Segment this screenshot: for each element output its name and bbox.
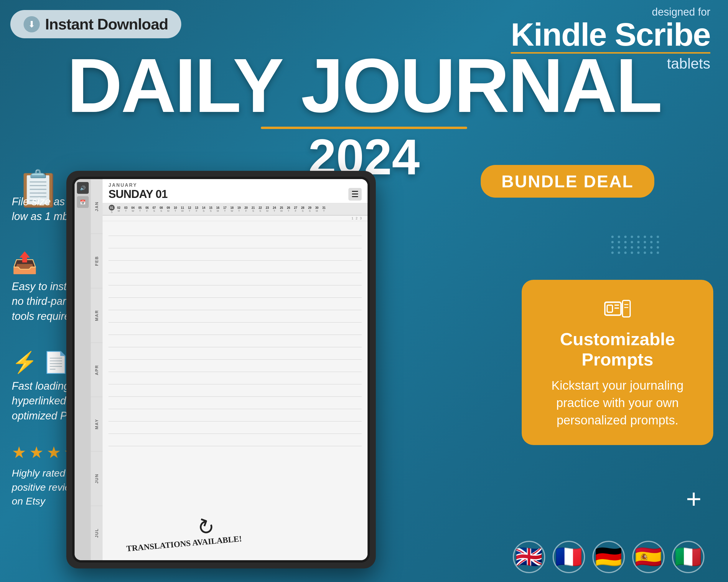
date-10: 10T xyxy=(172,206,179,212)
month-jun: JUN xyxy=(91,451,103,506)
line-3 xyxy=(108,249,362,261)
plus-sign: + xyxy=(686,484,701,514)
line-16 xyxy=(108,410,362,421)
line-17 xyxy=(108,422,362,434)
month-jul: JUL xyxy=(91,506,103,560)
date-09: 09M xyxy=(165,206,172,212)
flag-italian: 🇮🇹 xyxy=(672,541,704,573)
screen-content: 🔊 📅 JAN FEB MAR APR MAY JUN JUL xyxy=(75,179,367,560)
date-31: 31T xyxy=(321,206,327,212)
date-25: 25W xyxy=(278,206,285,212)
date-13: 13F xyxy=(193,206,200,212)
date-12: 12T xyxy=(186,206,193,212)
date-06: 06F xyxy=(144,206,150,212)
week-numbers: 1 2 3 xyxy=(103,216,367,221)
prompts-card: Customizable Prompts Kickstart your jour… xyxy=(522,280,713,445)
instant-download-badge[interactable]: ⬇ Instant Download xyxy=(10,10,181,38)
svg-rect-1 xyxy=(607,305,613,312)
line-12 xyxy=(108,360,362,372)
month-feb: FEB xyxy=(91,233,103,288)
date-02: 02M xyxy=(115,206,122,212)
date-29: 29S xyxy=(307,206,313,212)
bundle-deal-badge[interactable]: BUNDLE DEAL xyxy=(481,165,654,198)
download-icon: ⬇ xyxy=(24,16,40,32)
journal-month-label: JANUARY xyxy=(108,183,362,188)
main-title: DAILY JOURNAL 2024 xyxy=(0,47,728,182)
translations-text: TRANSLATIONS AVAILABLE! xyxy=(126,534,242,553)
date-11: 11W xyxy=(179,206,186,212)
month-apr: APR xyxy=(91,342,103,397)
date-18: 18W xyxy=(229,206,235,212)
language-flags: 🇬🇧 🇫🇷 🇩🇪 🇪🇸 🇮🇹 xyxy=(513,541,704,573)
line-1 xyxy=(108,224,362,236)
date-27: 27F xyxy=(292,206,299,212)
date-28: 28S xyxy=(300,206,306,212)
line-10 xyxy=(108,335,362,347)
date-24: 24T xyxy=(271,206,278,212)
tab-icon-active: 🔊 xyxy=(77,182,89,194)
date-30: 30M xyxy=(314,206,320,212)
star-1: ★ xyxy=(12,443,26,462)
date-17: 17T xyxy=(222,206,228,212)
date-22: 22S xyxy=(257,206,263,212)
month-may: MAY xyxy=(91,397,103,451)
date-16: 16M xyxy=(214,206,221,212)
line-5 xyxy=(108,274,362,285)
line-18 xyxy=(108,435,362,446)
prompts-card-body: Kickstart your journaling practice with … xyxy=(541,377,694,429)
tab-icon-calendar: 📅 xyxy=(77,196,89,208)
journal-header: JANUARY SUNDAY 01 ☰ xyxy=(103,179,367,203)
tablet-device: 🔊 📅 JAN FEB MAR APR MAY JUN JUL xyxy=(66,171,376,569)
month-mar: MAR xyxy=(91,288,103,342)
line-7 xyxy=(108,298,362,310)
date-23: 23M xyxy=(264,206,270,212)
line-15 xyxy=(108,397,362,409)
svg-rect-4 xyxy=(623,300,630,317)
date-20: 20F xyxy=(243,206,249,212)
tablet-bezel: 🔊 📅 JAN FEB MAR APR MAY JUN JUL xyxy=(72,177,370,562)
week-1: 1 xyxy=(352,217,354,220)
tablet-outer-frame: 🔊 📅 JAN FEB MAR APR MAY JUN JUL xyxy=(66,171,376,569)
line-2 xyxy=(108,237,362,248)
date-26: 26T xyxy=(285,206,292,212)
flag-spanish: 🇪🇸 xyxy=(632,541,665,573)
journal-main: JANUARY SUNDAY 01 ☰ 01S 02M 03T 04W xyxy=(103,179,367,560)
date-19: 19T xyxy=(236,206,242,212)
date-21: 21S xyxy=(250,206,256,212)
date-04: 04W xyxy=(130,206,136,212)
title-line1: DAILY JOURNAL xyxy=(0,47,728,124)
line-6 xyxy=(108,286,362,298)
flag-german: 🇩🇪 xyxy=(592,541,625,573)
tablet-tab-nav: 🔊 📅 xyxy=(75,179,91,560)
date-07: 07S xyxy=(151,206,157,212)
journal-lines: TRANSLATIONS AVAILABLE! ↻ xyxy=(103,221,367,560)
star-3: ★ xyxy=(47,443,61,462)
line-8 xyxy=(108,311,362,323)
decorative-dots xyxy=(611,235,660,254)
month-nav: JAN FEB MAR APR MAY JUN JUL xyxy=(91,179,103,560)
line-11 xyxy=(108,348,362,360)
star-2: ★ xyxy=(29,443,44,462)
prompts-card-title: Customizable Prompts xyxy=(541,329,694,370)
date-15: 15S xyxy=(208,206,214,212)
line-4 xyxy=(108,261,362,273)
line-13 xyxy=(108,372,362,384)
date-03: 03T xyxy=(123,206,129,212)
tablet-screen: 🔊 📅 JAN FEB MAR APR MAY JUN JUL xyxy=(75,179,367,560)
line-9 xyxy=(108,323,362,335)
date-14: 14S xyxy=(201,206,207,212)
date-strip: 01S 02M 03T 04W 05T 06F 07S 08S 09M 10T … xyxy=(103,203,367,216)
date-05: 05T xyxy=(137,206,143,212)
month-jan: JAN xyxy=(91,179,103,233)
date-08: 08S xyxy=(158,206,164,212)
week-3: 3 xyxy=(360,217,362,220)
flag-english: 🇬🇧 xyxy=(513,541,545,573)
flag-french: 🇫🇷 xyxy=(553,541,585,573)
menu-icon: ☰ xyxy=(348,188,362,200)
prompts-card-icon xyxy=(541,296,694,323)
badge-label: Instant Download xyxy=(45,15,168,33)
journal-day-label: SUNDAY 01 xyxy=(108,188,167,200)
week-2: 2 xyxy=(356,217,358,220)
date-01: 01S xyxy=(108,205,115,214)
line-14 xyxy=(108,385,362,397)
